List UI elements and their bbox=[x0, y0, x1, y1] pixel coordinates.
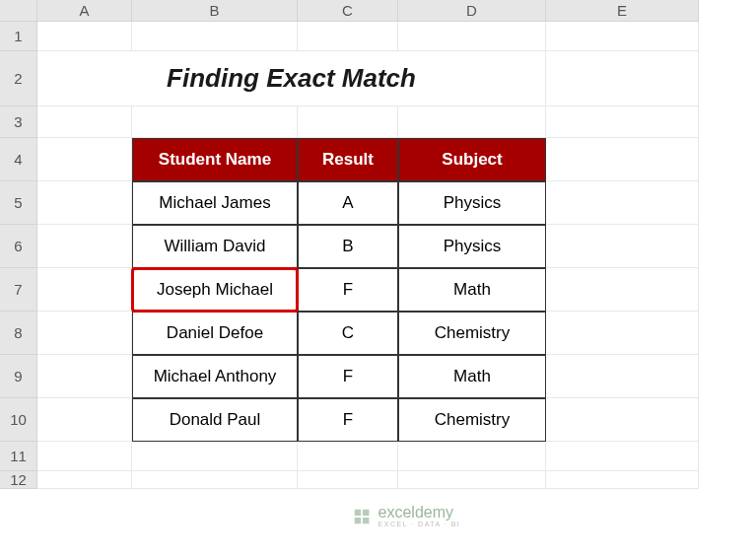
table-row[interactable]: Donald Paul bbox=[132, 398, 298, 442]
cell-E12[interactable] bbox=[546, 471, 699, 489]
row-header-10[interactable]: 10 bbox=[0, 398, 37, 442]
watermark-brand: exceldemy bbox=[378, 505, 461, 521]
cell-D12[interactable] bbox=[398, 471, 546, 489]
row-header-12[interactable]: 12 bbox=[0, 471, 37, 489]
cell-E10[interactable] bbox=[546, 398, 699, 442]
cell-A1[interactable] bbox=[37, 22, 132, 51]
cell-B3[interactable] bbox=[132, 106, 298, 138]
cell-A8[interactable] bbox=[37, 312, 132, 355]
row-header-2[interactable]: 2 bbox=[0, 51, 37, 106]
cell-A10[interactable] bbox=[37, 398, 132, 442]
table-row[interactable]: Michael James bbox=[132, 181, 298, 225]
table-row-highlighted[interactable]: Joseph Michael bbox=[132, 268, 298, 312]
cell-B12[interactable] bbox=[132, 471, 298, 489]
cell-C1[interactable] bbox=[298, 22, 398, 51]
row-header-1[interactable]: 1 bbox=[0, 22, 37, 51]
watermark: exceldemy EXCEL · DATA · BI bbox=[351, 505, 461, 527]
table-row[interactable]: F bbox=[298, 398, 398, 442]
cell-E11[interactable] bbox=[546, 442, 699, 471]
table-row[interactable]: Physics bbox=[398, 181, 546, 225]
cell-D1[interactable] bbox=[398, 22, 546, 51]
col-header-E[interactable]: E bbox=[546, 0, 699, 22]
cell-A11[interactable] bbox=[37, 442, 132, 471]
table-row[interactable]: William David bbox=[132, 225, 298, 268]
title-cell[interactable]: Finding Exact Match bbox=[37, 51, 546, 106]
cell-E9[interactable] bbox=[546, 355, 699, 398]
row-header-8[interactable]: 8 bbox=[0, 312, 37, 355]
table-row[interactable]: B bbox=[298, 225, 398, 268]
row-header-4[interactable]: 4 bbox=[0, 138, 37, 181]
cell-E5[interactable] bbox=[546, 181, 699, 225]
row-header-6[interactable]: 6 bbox=[0, 225, 37, 268]
table-row[interactable]: Math bbox=[398, 355, 546, 398]
cell-E7[interactable] bbox=[546, 268, 699, 312]
cell-A6[interactable] bbox=[37, 225, 132, 268]
spreadsheet-grid: A B C D E 1 2 Finding Exact Match 3 4 St… bbox=[0, 0, 756, 489]
cell-A12[interactable] bbox=[37, 471, 132, 489]
select-all-corner[interactable] bbox=[0, 0, 37, 22]
table-header-name[interactable]: Student Name bbox=[132, 138, 298, 181]
cell-A5[interactable] bbox=[37, 181, 132, 225]
table-row[interactable]: Physics bbox=[398, 225, 546, 268]
cell-C12[interactable] bbox=[298, 471, 398, 489]
table-row[interactable]: F bbox=[298, 268, 398, 312]
row-header-5[interactable]: 5 bbox=[0, 181, 37, 225]
table-row[interactable]: Daniel Defoe bbox=[132, 312, 298, 355]
row-header-9[interactable]: 9 bbox=[0, 355, 37, 398]
cell-C3[interactable] bbox=[298, 106, 398, 138]
table-row[interactable]: Math bbox=[398, 268, 546, 312]
cell-B1[interactable] bbox=[132, 22, 298, 51]
cell-E2[interactable] bbox=[546, 51, 699, 106]
exceldemy-icon bbox=[351, 506, 373, 527]
col-header-D[interactable]: D bbox=[398, 0, 546, 22]
cell-C11[interactable] bbox=[298, 442, 398, 471]
row-header-7[interactable]: 7 bbox=[0, 268, 37, 312]
cell-D3[interactable] bbox=[398, 106, 546, 138]
col-header-A[interactable]: A bbox=[37, 0, 132, 22]
cell-A7[interactable] bbox=[37, 268, 132, 312]
cell-E8[interactable] bbox=[546, 312, 699, 355]
cell-A9[interactable] bbox=[37, 355, 132, 398]
table-row[interactable]: Michael Anthony bbox=[132, 355, 298, 398]
cell-E6[interactable] bbox=[546, 225, 699, 268]
watermark-sub: EXCEL · DATA · BI bbox=[378, 521, 461, 527]
cell-A4[interactable] bbox=[37, 138, 132, 181]
cell-B11[interactable] bbox=[132, 442, 298, 471]
col-header-B[interactable]: B bbox=[132, 0, 298, 22]
cell-E3[interactable] bbox=[546, 106, 699, 138]
cell-D11[interactable] bbox=[398, 442, 546, 471]
table-row[interactable]: F bbox=[298, 355, 398, 398]
table-row[interactable]: A bbox=[298, 181, 398, 225]
row-header-3[interactable]: 3 bbox=[0, 106, 37, 138]
table-header-subject[interactable]: Subject bbox=[398, 138, 546, 181]
table-header-result[interactable]: Result bbox=[298, 138, 398, 181]
table-row[interactable]: Chemistry bbox=[398, 312, 546, 355]
cell-E1[interactable] bbox=[546, 22, 699, 51]
cell-A3[interactable] bbox=[37, 106, 132, 138]
cell-E4[interactable] bbox=[546, 138, 699, 181]
row-header-11[interactable]: 11 bbox=[0, 442, 37, 471]
table-row[interactable]: Chemistry bbox=[398, 398, 546, 442]
col-header-C[interactable]: C bbox=[298, 0, 398, 22]
table-row[interactable]: C bbox=[298, 312, 398, 355]
